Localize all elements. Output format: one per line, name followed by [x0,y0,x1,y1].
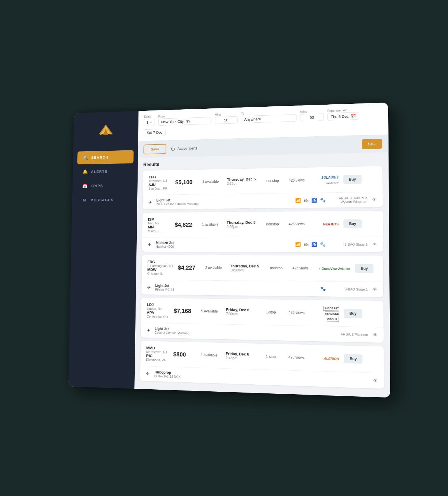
availability: 4 available [202,179,222,184]
buy-button[interactable]: Buy [344,309,362,318]
seats-select[interactable]: 1 ▼ [144,118,155,126]
eye-icon[interactable]: 👁 [372,242,377,247]
price: $800 [173,351,196,358]
eye-icon[interactable]: 👁 [372,197,376,202]
schedule-day: Thursday, Dec 5 [226,220,261,225]
return-date-picker[interactable]: Sat 7 Dec [144,129,166,136]
to-code: SJU [148,182,171,187]
schedule-time: 9:25pm [226,224,261,229]
airline-logo: AIRCRAFTSERVICESGROUP [314,305,339,321]
flight-card: ISP Islip, NY MIA Miami, FL $4,822 1 ava… [142,210,383,252]
amenity-icons: 📶🍽♿🐾 [295,197,326,203]
flight-card: TEB Teterboro, NJ SJU San Juan, PR $5,10… [143,166,383,209]
toggle-icon: ⏻ [171,146,175,151]
accessible-icon: ♿ [311,242,317,247]
sidebar-item-trips[interactable]: 📅 TRIPS [77,179,133,193]
seats-value: 1 [146,120,149,125]
schedule-day: Friday, Dec 6 [226,307,261,312]
schedule: Friday, Dec 6 7:30am [226,307,261,316]
to-code: MDW [147,267,173,272]
jet-info: Turboprop Pilatus PC-12 NGX [154,370,321,383]
seats-dropdown-icon: ▼ [150,121,152,124]
from-miles-field: Miles [215,112,238,124]
schedule: Thursday, Dec 5 9:25pm [226,220,261,229]
eye-icon[interactable]: 👁 [373,378,377,383]
sidebar-item-alerts[interactable]: 🔔 ALERTS [77,164,133,179]
sidebar-item-search-label: SEARCH [91,155,108,160]
route-info-0: TEB Teterboro, NJ SJU San Juan, PR [148,175,171,190]
buy-button[interactable]: Buy [343,175,361,184]
safety-cert [331,379,368,380]
amenity-icons: 🐾 [320,286,326,292]
flight-main-0: TEB Teterboro, NJ SJU San Juan, PR $5,10… [143,166,382,195]
views-info: 426 views [289,178,309,182]
schedule: Friday, Dec 6 2:45pm [226,351,261,361]
jet-info: Midsize Jet Hawker 4000 [156,240,290,248]
availability: 2 available [205,265,225,270]
route-info-4: MMU Morristown, NJ RIC Richmond, VA [146,346,169,362]
departure-date-picker[interactable]: Thu 5 Dec 📅 [327,112,359,120]
from-city: E Farmingdale, NY [147,264,173,267]
departure-label: Departure date [327,108,359,112]
flight-main-1: ISP Islip, NY MIA Miami, FL $4,822 1 ava… [142,210,383,237]
schedule-day: Thursday, Dec 5 [230,263,265,268]
to-city: Miami, FL [148,229,170,233]
from-miles-input[interactable] [215,116,238,124]
to-city: Richmond, VA [146,358,169,362]
seats-field: Seats 1 ▼ [144,115,155,126]
airline-logo: ALERION [314,355,339,361]
eye-icon[interactable]: 👁 [373,332,377,337]
schedule: Thursday, Dec 5 2:35pm [227,177,261,186]
from-code: LDJ [147,302,169,307]
eye-icon[interactable]: 👁 [373,287,377,292]
departure-field: Departure date Thu 5 Dec 📅 [327,108,359,121]
stop-info: nonstop [266,222,284,226]
return-field: Sat 7 Dec [144,129,166,136]
to-input[interactable] [241,114,296,123]
search-button[interactable]: Se... [362,139,382,149]
availability: 1 available [202,222,222,226]
sidebar-item-alerts-label: ALERTS [91,169,108,174]
sidebar-item-search[interactable]: 🔍 SEARCH [77,150,134,164]
results-area: Results TEB Teterboro, NJ SJU San Juan, … [134,152,390,397]
schedule-time: 2:35pm [227,181,261,186]
meal-icon: 🍽 [304,242,308,247]
flight-card: FRG E Farmingdale, NY MDW Chicago, IL $4… [141,255,383,297]
stop-info: nonstop [266,178,284,183]
calendar-icon: 📅 [350,113,356,118]
to-miles-input[interactable] [300,113,324,121]
buy-button[interactable]: Buy [343,219,362,228]
flight-card: MMU Morristown, NJ RIC Richmond, VA $800… [140,341,384,388]
schedule-time: 2:45pm [226,356,261,361]
amenity-icons: 📶🍽♿🐾 [295,242,326,247]
from-code: FRG [147,260,173,264]
alerts-toggle[interactable]: ⏻ Active alerts [171,145,197,151]
jet-info: Light Jet 2006 Cessna Citation Mustang [156,197,290,206]
main-content: Seats 1 ▼ From Miles To [134,102,390,397]
return-date-value: Sat 7 Dec [147,130,162,135]
search-icon: 🔍 [82,155,88,160]
flights-list: TEB Teterboro, NJ SJU San Juan, PR $5,10… [140,166,384,388]
sidebar-item-messages[interactable]: ✉ MESSAGES [76,193,133,207]
search-bar: Seats 1 ▼ From Miles To [138,102,388,141]
from-input[interactable] [158,117,211,125]
from-miles-label: Miles [215,112,237,116]
buy-button[interactable]: Buy [355,264,373,273]
views-info: 426 views [288,310,309,315]
jet-type: Midsize Jet [156,240,290,245]
to-code: APA [147,310,169,315]
to-city: Centennial, CO [147,314,169,318]
plane-icon: ✈ [146,327,150,333]
price: $4,227 [178,264,201,271]
to-miles-label: Miles [300,109,324,113]
from-code: MMU [146,346,169,351]
schedule-day: Friday, Dec 6 [226,351,261,356]
safety-cert: IS-BAO Stage 1 [331,287,368,291]
from-field: From [158,113,211,125]
buy-button[interactable]: Buy [344,354,362,363]
save-button[interactable]: Save [143,144,166,154]
from-city: Islip, NY [148,221,170,225]
airline-logo: NEAJETS [314,221,338,226]
to-field: To [241,110,296,123]
price: $5,100 [175,178,198,185]
